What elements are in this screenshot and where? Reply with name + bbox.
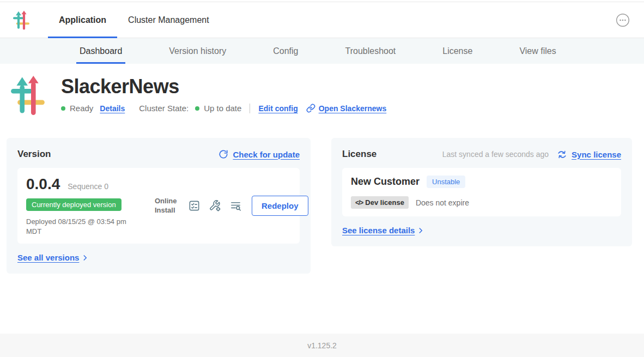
last-synced-text: Last synced a few seconds ago xyxy=(442,150,549,159)
app-status-row: Ready Details Cluster State: Up to date … xyxy=(61,104,386,113)
overflow-menu-button[interactable] xyxy=(616,13,630,27)
cluster-state-dot xyxy=(195,106,199,111)
code-icon: </> xyxy=(355,199,363,207)
details-link[interactable]: Details xyxy=(100,104,125,113)
sync-icon xyxy=(557,149,567,160)
tab-cluster-management[interactable]: Cluster Management xyxy=(117,2,220,38)
see-all-versions-link[interactable]: See all versions xyxy=(17,253,89,262)
redeploy-button[interactable]: Redeploy xyxy=(252,196,308,216)
subnav-version-history[interactable]: Version history xyxy=(166,38,229,64)
app-header: Application Cluster Management xyxy=(0,2,644,38)
see-license-details-link[interactable]: See license details xyxy=(342,226,424,235)
subnav-troubleshoot[interactable]: Troubleshoot xyxy=(342,38,399,64)
version-card-title: Version xyxy=(17,149,51,160)
console-version: v1.125.2 xyxy=(307,341,337,350)
page-title: SlackerNews xyxy=(61,76,386,98)
sync-license-link[interactable]: Sync license xyxy=(557,149,621,160)
deploy-logs-icon[interactable] xyxy=(229,199,242,212)
link-icon xyxy=(306,104,315,113)
subnav-dashboard[interactable]: Dashboard xyxy=(76,38,125,64)
subnav-config[interactable]: Config xyxy=(270,38,301,64)
app-logo-large-icon xyxy=(11,76,45,115)
version-card: Version Check for update 0.0.4 Se xyxy=(7,138,311,274)
chevron-right-icon xyxy=(81,254,89,262)
app-footer: v1.125.2 xyxy=(0,334,644,357)
header-tabs: Application Cluster Management xyxy=(48,2,220,38)
subnav-view-files[interactable]: View files xyxy=(516,38,559,64)
app-status-text: Ready xyxy=(70,104,93,113)
status-divider xyxy=(250,104,250,113)
version-number: 0.0.4 xyxy=(26,176,60,193)
dashboard-cards: Version Check for update 0.0.4 Se xyxy=(0,138,644,274)
ellipsis-icon xyxy=(616,13,630,27)
tab-application[interactable]: Application xyxy=(48,2,117,38)
app-hero: SlackerNews Ready Details Cluster State:… xyxy=(0,64,644,115)
install-type-label: Online Install xyxy=(155,197,180,215)
license-detail-panel: New Customer Unstable </> Dev license Do… xyxy=(342,168,621,216)
edit-config-link[interactable]: Edit config xyxy=(258,104,297,113)
channel-badge: Unstable xyxy=(427,176,465,188)
license-type-badge: </> Dev license xyxy=(351,196,409,209)
app-logo-icon xyxy=(13,10,29,30)
license-expiration: Does not expire xyxy=(416,198,469,207)
sequence-label: Sequence 0 xyxy=(68,182,108,191)
deployed-badge: Currently deployed version xyxy=(26,198,121,211)
chevron-right-icon xyxy=(417,227,424,234)
version-actions: Online Install xyxy=(155,196,308,216)
app-subnav: Dashboard Version history Config Trouble… xyxy=(0,38,644,64)
config-wrench-icon[interactable] xyxy=(209,199,221,212)
subnav-license[interactable]: License xyxy=(439,38,476,64)
check-for-update-link[interactable]: Check for update xyxy=(218,149,300,159)
deployed-timestamp: Deployed 08/15/25 @ 03:54 pm MDT xyxy=(26,217,130,236)
license-card-title: License xyxy=(342,149,376,160)
refresh-icon xyxy=(218,149,228,159)
app-status-dot xyxy=(61,106,65,111)
open-app-link[interactable]: Open Slackernews xyxy=(306,104,387,113)
license-card: License Last synced a few seconds ago Sy… xyxy=(331,138,632,246)
cluster-state-value: Up to date xyxy=(204,104,241,113)
preflight-checks-icon[interactable] xyxy=(188,199,201,212)
customer-name: New Customer xyxy=(351,176,420,187)
cluster-state-label: Cluster State: xyxy=(139,104,189,113)
current-version-panel: 0.0.4 Sequence 0 Currently deployed vers… xyxy=(17,168,300,244)
